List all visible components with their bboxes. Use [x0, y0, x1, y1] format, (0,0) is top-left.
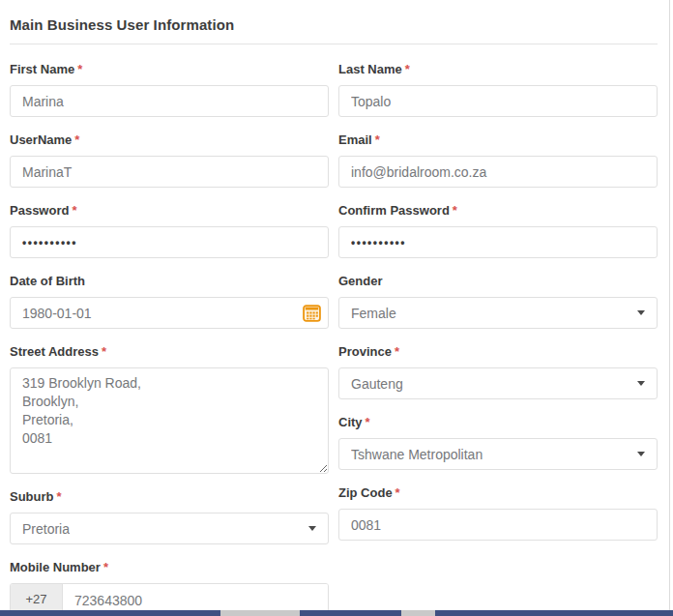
chevron-down-icon	[637, 310, 645, 315]
form-column-right: Last Name* Email* Confirm Password* Gend…	[338, 61, 658, 616]
confirm-password-input[interactable]	[338, 226, 658, 258]
required-asterisk: *	[395, 485, 400, 500]
field-date-of-birth: Date of Birth	[10, 273, 329, 329]
field-gender: Gender Female	[338, 273, 658, 329]
title-divider	[10, 44, 658, 44]
city-label: City*	[338, 414, 658, 430]
required-asterisk: *	[74, 132, 79, 147]
required-asterisk: *	[453, 203, 457, 218]
suburb-label: Suburb*	[10, 488, 329, 505]
field-city: City* Tshwane Metropolitan	[338, 414, 658, 470]
suburb-selected-value: Pretoria	[22, 521, 70, 537]
bottom-bar-segment	[401, 610, 435, 616]
zip-code-label: Zip Code*	[338, 484, 658, 501]
zip-code-input[interactable]	[338, 509, 658, 541]
last-name-input[interactable]	[338, 85, 658, 117]
calendar-icon[interactable]	[303, 304, 321, 322]
date-of-birth-input[interactable]	[10, 297, 329, 329]
last-name-label: Last Name*	[338, 61, 658, 77]
required-asterisk: *	[102, 344, 106, 359]
main-business-user-panel: Main Business User Information First Nam…	[0, 0, 673, 616]
form-columns: First Name* UserName* Password* Date of …	[10, 61, 658, 616]
field-password: Password*	[10, 202, 329, 258]
field-confirm-password: Confirm Password*	[338, 202, 658, 258]
required-asterisk: *	[77, 62, 82, 76]
required-asterisk: *	[57, 489, 62, 504]
chevron-down-icon	[308, 526, 316, 531]
gender-selected-value: Female	[351, 306, 396, 321]
field-province: Province* Gauteng	[338, 343, 658, 399]
field-email: Email*	[338, 132, 658, 188]
field-first-name: First Name*	[10, 61, 329, 117]
field-zip-code: Zip Code*	[338, 484, 658, 541]
required-asterisk: *	[405, 62, 410, 76]
username-label: UserName*	[10, 132, 329, 148]
gender-label: Gender	[338, 273, 658, 289]
date-of-birth-label: Date of Birth	[10, 273, 329, 289]
gender-select[interactable]: Female	[338, 297, 658, 329]
province-select[interactable]: Gauteng	[338, 367, 658, 399]
suburb-select[interactable]: Pretoria	[10, 513, 329, 544]
date-of-birth-wrap	[10, 297, 329, 329]
first-name-label: First Name*	[10, 61, 329, 77]
street-address-label: Street Address*	[10, 343, 329, 360]
email-field[interactable]	[338, 156, 658, 188]
field-username: UserName*	[10, 132, 329, 188]
page-title: Main Business User Information	[10, 15, 658, 35]
field-last-name: Last Name*	[338, 61, 658, 117]
chevron-down-icon	[637, 452, 645, 456]
panel-right-border	[669, 0, 670, 616]
password-label: Password*	[10, 202, 329, 219]
province-selected-value: Gauteng	[351, 376, 403, 392]
chevron-down-icon	[637, 381, 645, 386]
email-label: Email*	[338, 132, 658, 148]
field-street-address: Street Address* 319 Brooklyn Road, Brook…	[10, 343, 329, 474]
mobile-number-label: Mobile Number*	[10, 559, 329, 575]
bottom-bar-segment	[220, 610, 300, 616]
confirm-password-label: Confirm Password*	[338, 202, 658, 219]
username-input[interactable]	[10, 156, 329, 188]
province-label: Province*	[338, 343, 658, 360]
required-asterisk: *	[103, 560, 108, 574]
required-asterisk: *	[366, 415, 370, 429]
required-asterisk: *	[72, 203, 76, 218]
password-input[interactable]	[10, 226, 329, 258]
city-select[interactable]: Tshwane Metropolitan	[338, 438, 658, 470]
field-mobile-number: Mobile Number* +27	[10, 559, 329, 615]
bottom-bar	[0, 610, 673, 616]
street-address-textarea[interactable]: 319 Brooklyn Road, Brooklyn, Pretoria, 0…	[10, 367, 329, 474]
required-asterisk: *	[375, 132, 380, 147]
form-column-left: First Name* UserName* Password* Date of …	[10, 61, 329, 616]
city-selected-value: Tshwane Metropolitan	[351, 447, 483, 462]
required-asterisk: *	[395, 344, 399, 359]
first-name-input[interactable]	[10, 85, 329, 117]
field-suburb: Suburb* Pretoria	[10, 488, 329, 544]
